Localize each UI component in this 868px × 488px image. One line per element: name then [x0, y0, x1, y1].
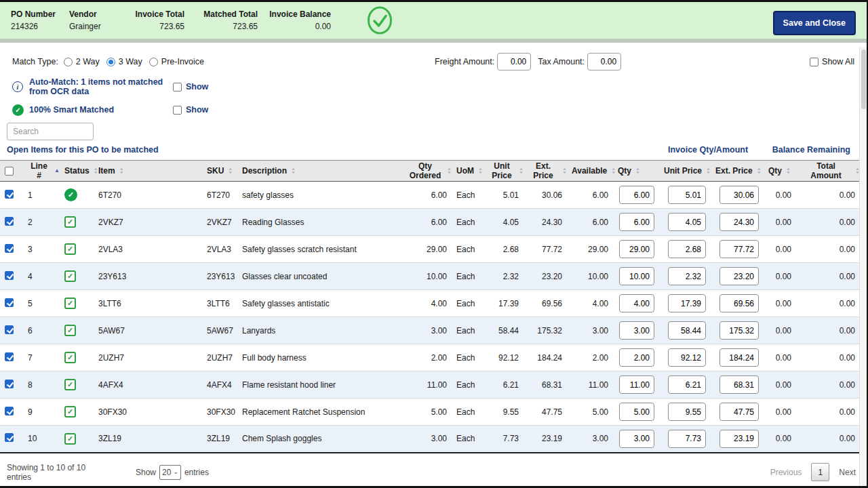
smart-matched-show-checkbox[interactable]	[173, 106, 182, 115]
cell-select[interactable]	[0, 317, 23, 344]
sort-icon[interactable]: ▲▼	[519, 167, 524, 175]
automatch-show-checkbox[interactable]	[173, 83, 182, 92]
invoice-unit-price-input[interactable]	[668, 348, 706, 367]
radio-2-way[interactable]: 2 Way	[64, 57, 100, 66]
cell-select[interactable]	[0, 236, 23, 263]
cell-select[interactable]	[0, 344, 23, 371]
row-select-checkbox[interactable]	[5, 298, 14, 307]
column-header-description[interactable]: Description▲▼	[237, 161, 403, 182]
invoice-ext-price-input[interactable]	[719, 213, 759, 231]
invoice-qty-input[interactable]	[619, 213, 654, 231]
invoice-qty-input[interactable]	[619, 375, 654, 394]
invoice-ext-price-input[interactable]	[719, 321, 759, 340]
scrollbar-thumb[interactable]	[861, 49, 866, 109]
row-select-checkbox[interactable]	[5, 217, 14, 226]
tax-amount-input[interactable]	[587, 53, 621, 70]
cell-select[interactable]	[0, 209, 23, 236]
invoice-unit-price-input[interactable]	[668, 294, 706, 312]
sort-icon[interactable]: ▲▼	[635, 167, 640, 175]
invoice-unit-price-input[interactable]	[668, 321, 706, 340]
column-header-unit-price[interactable]: Unit Price▲▼	[484, 161, 524, 182]
invoice-ext-price-input[interactable]	[719, 403, 759, 421]
vertical-scrollbar[interactable]	[859, 47, 867, 486]
invoice-unit-price-input[interactable]	[668, 213, 706, 231]
sort-icon[interactable]: ▲▼	[786, 167, 791, 175]
invoice-ext-price-input[interactable]	[719, 267, 759, 285]
column-header-qty-ordered[interactable]: Qty Ordered▲▼	[403, 161, 452, 182]
invoice-unit-price-input[interactable]	[668, 186, 706, 204]
invoice-qty-input[interactable]	[619, 240, 654, 258]
column-header-status[interactable]: Status▲▼	[60, 161, 94, 182]
column-header-sku[interactable]: SKU▲▼	[202, 161, 237, 182]
row-select-checkbox[interactable]	[5, 407, 14, 415]
sort-icon[interactable]: ▲▼	[94, 167, 98, 175]
row-select-checkbox[interactable]	[5, 325, 14, 334]
invoice-qty-input[interactable]	[619, 430, 654, 448]
cell-select[interactable]	[0, 371, 23, 399]
invoice-ext-price-input[interactable]	[719, 294, 759, 312]
invoice-qty-input[interactable]	[619, 348, 654, 367]
invoice-qty-input[interactable]	[619, 321, 654, 340]
invoice-ext-price-input[interactable]	[719, 348, 759, 367]
sort-icon[interactable]: ▲▼	[478, 167, 483, 175]
sort-icon[interactable]: ▲▼	[119, 167, 124, 175]
invoice-unit-price-input[interactable]	[668, 267, 706, 285]
row-select-checkbox[interactable]	[5, 271, 14, 280]
sort-icon[interactable]: ▲▼	[611, 167, 616, 175]
invoice-ext-price-input[interactable]	[719, 186, 759, 204]
radio-pre-invoice-icon[interactable]	[149, 58, 158, 66]
radio-3-way-icon[interactable]	[106, 58, 115, 66]
invoice-unit-price-input[interactable]	[668, 403, 706, 421]
column-header-uom[interactable]: UoM▲▼	[452, 161, 484, 182]
column-header-invoice-qty[interactable]: Qty▲▼	[613, 161, 659, 182]
next-page-button[interactable]: Next	[839, 468, 856, 477]
row-select-checkbox[interactable]	[5, 190, 14, 199]
sort-icon[interactable]: ▲▼	[228, 167, 233, 175]
invoice-ext-price-input[interactable]	[719, 375, 759, 394]
cell-select[interactable]	[0, 263, 23, 290]
radio-3-way[interactable]: 3 Way	[106, 57, 142, 66]
column-header-available[interactable]: Available▲▼	[567, 161, 613, 182]
column-header-ext-price[interactable]: Ext. Price▲▼	[524, 161, 567, 182]
select-all-checkbox-icon[interactable]	[5, 167, 14, 176]
invoice-ext-price-input[interactable]	[719, 430, 759, 448]
sort-icon[interactable]: ▲▼	[447, 167, 452, 175]
row-select-checkbox[interactable]	[5, 380, 14, 388]
cell-select[interactable]	[0, 182, 23, 209]
cell-select[interactable]	[0, 290, 23, 317]
select-all-checkbox[interactable]	[0, 161, 23, 182]
previous-page-button[interactable]: Previous	[770, 468, 802, 477]
invoice-qty-input[interactable]	[619, 186, 654, 204]
column-header-invoice-unit-price[interactable]: Unit Price▲▼	[659, 161, 711, 182]
column-header-balance-qty[interactable]: Qty▲▼	[764, 161, 796, 182]
sort-icon[interactable]: ▲	[54, 169, 60, 173]
search-input[interactable]	[7, 123, 94, 140]
invoice-unit-price-input[interactable]	[668, 375, 706, 394]
radio-pre-invoice[interactable]: Pre-Invoice	[149, 57, 204, 66]
cell-select[interactable]	[0, 399, 23, 426]
sort-icon[interactable]: ▲▼	[706, 167, 711, 175]
invoice-unit-price-input[interactable]	[668, 240, 706, 258]
sort-icon[interactable]: ▲▼	[562, 167, 567, 175]
sort-icon[interactable]: ▲▼	[757, 167, 762, 175]
cell-select[interactable]	[0, 426, 23, 453]
page-size-select[interactable]: 20 ⌄	[159, 465, 181, 480]
page-1-button[interactable]: 1	[811, 463, 829, 481]
column-header-invoice-ext-price[interactable]: Ext. Price▲▼	[711, 161, 764, 182]
row-select-checkbox[interactable]	[5, 433, 14, 442]
invoice-qty-input[interactable]	[619, 267, 654, 285]
invoice-qty-input[interactable]	[619, 403, 654, 421]
row-select-checkbox[interactable]	[5, 352, 14, 361]
column-header-item[interactable]: Item▲▼	[94, 161, 202, 182]
invoice-unit-price-input[interactable]	[668, 430, 706, 448]
show-all-checkbox[interactable]	[810, 58, 818, 66]
radio-2-way-icon[interactable]	[64, 58, 73, 66]
show-all-control[interactable]: Show All	[810, 57, 854, 66]
column-header-balance-total[interactable]: Total Amount▲▼	[796, 161, 860, 182]
invoice-qty-input[interactable]	[619, 294, 654, 312]
freight-amount-input[interactable]	[497, 53, 531, 70]
sort-icon[interactable]: ▲▼	[291, 167, 296, 175]
save-and-close-button[interactable]: Save and Close	[773, 11, 856, 35]
row-select-checkbox[interactable]	[5, 244, 14, 253]
invoice-ext-price-input[interactable]	[719, 240, 759, 258]
